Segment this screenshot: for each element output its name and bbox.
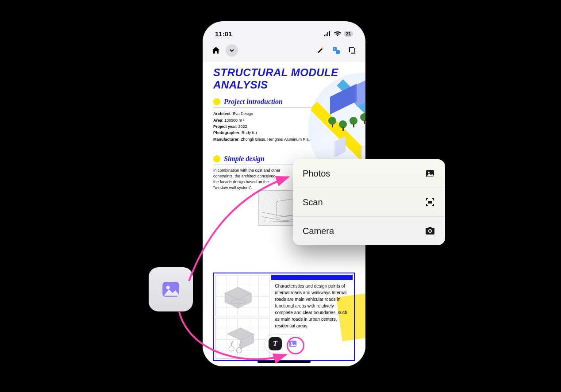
section-title-intro: Project introduction: [224, 98, 283, 106]
panel-text: Characteristics and design points of int…: [271, 280, 353, 332]
image-icon: [160, 278, 182, 300]
crop-icon: [348, 46, 357, 55]
panel-header-bar: [271, 275, 353, 280]
wifi-icon: [334, 31, 341, 36]
translate-button[interactable]: T: [330, 44, 342, 57]
iso-thumb-2: [215, 318, 269, 359]
insert-image-menu: Photos Scan Camera: [293, 159, 445, 245]
menu-label: Camera: [303, 226, 334, 236]
svg-rect-2: [336, 50, 340, 54]
dropdown-button[interactable]: [226, 44, 238, 57]
menu-item-scan[interactable]: Scan: [293, 188, 445, 217]
svg-rect-16: [428, 201, 432, 204]
scan-icon: [425, 197, 435, 208]
status-indicators: 21: [323, 31, 353, 37]
chevron-down-icon: [229, 48, 234, 53]
app-toolbar: T: [203, 42, 365, 62]
home-icon: [211, 46, 220, 55]
svg-point-15: [428, 172, 430, 173]
callout-image-icon: [149, 267, 193, 311]
svg-point-18: [429, 230, 431, 232]
section-title-simple: Simple design: [224, 155, 265, 163]
annotation-highlight-circle: [287, 337, 304, 354]
bullet-icon: [213, 98, 220, 105]
crop-button[interactable]: [346, 44, 358, 57]
insert-text-button[interactable]: T: [269, 337, 282, 350]
svg-text:T: T: [334, 47, 336, 50]
menu-item-photos[interactable]: Photos: [293, 159, 445, 188]
home-button[interactable]: [210, 44, 222, 57]
iso-thumb-1: [215, 275, 269, 316]
menu-label: Scan: [303, 197, 323, 208]
battery-level: 21: [344, 31, 353, 37]
menu-item-camera[interactable]: Camera: [293, 217, 445, 245]
home-indicator[interactable]: [257, 361, 311, 363]
svg-point-11: [236, 347, 242, 353]
translate-icon: T: [332, 46, 341, 55]
menu-label: Photos: [303, 169, 330, 179]
status-bar: 11:01 21: [203, 21, 365, 42]
svg-point-20: [166, 286, 170, 289]
svg-point-10: [229, 346, 234, 351]
highlighter-button[interactable]: [314, 44, 327, 57]
status-time: 11:01: [215, 30, 232, 38]
svg-rect-7: [231, 300, 246, 304]
section-body-simple: In combination with the cost and other c…: [213, 168, 281, 191]
photo-icon: [425, 168, 435, 179]
bullet-icon: [213, 155, 220, 162]
camera-icon: [425, 226, 435, 236]
signal-icon: [323, 31, 331, 36]
highlighter-icon: [316, 46, 325, 55]
